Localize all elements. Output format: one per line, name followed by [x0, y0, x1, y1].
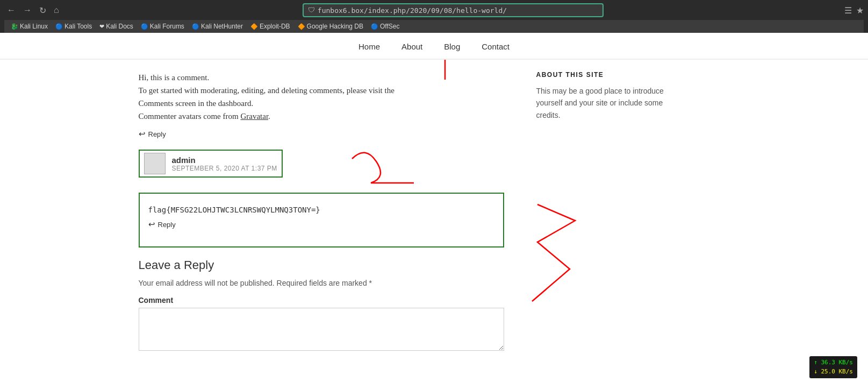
kali-forums-icon: 🔵	[141, 23, 148, 30]
site-nav-wrapper: Home About Blog Contact	[0, 34, 868, 60]
admin-reply-link[interactable]: ↩ Reply	[148, 220, 494, 229]
bookmark-google-hacking[interactable]: 🔶 Google Hacking DB	[295, 22, 367, 31]
nav-buttons[interactable]: ← → ↻ ⌂	[4, 4, 62, 17]
url-text: funbox6.box/index.php/2020/09/08/hello-w…	[318, 6, 507, 15]
security-icon: 🛡	[308, 6, 315, 15]
browser-chrome: ← → ↻ ⌂ 🛡 funbox6.box/index.php/2020/09/…	[0, 0, 868, 33]
page-content: Hi, this is a comment. To get started wi…	[0, 60, 868, 353]
bookmark-kali-tools[interactable]: 🔵 Kali Tools	[52, 22, 95, 31]
author-name: admin	[172, 155, 277, 165]
kali-tools-icon: 🔵	[55, 23, 63, 30]
nav-about[interactable]: About	[401, 42, 422, 51]
reader-view-icon[interactable]: ☰	[844, 5, 852, 16]
leave-reply-title: Leave a Reply	[139, 258, 504, 272]
bookmark-kali-forums[interactable]: 🔵 Kali Forums	[138, 22, 188, 31]
nav-contact[interactable]: Contact	[482, 42, 510, 51]
gravatar-link[interactable]: Gravatar	[240, 112, 268, 121]
reply-arrow-icon: ↩	[139, 129, 146, 139]
bookmark-offsec[interactable]: 🔵 OffSec	[368, 22, 403, 31]
leave-reply-section: Leave a Reply Your email address will no…	[139, 258, 504, 353]
comment-textarea[interactable]	[139, 308, 504, 351]
bookmark-exploit-db[interactable]: 🔶 Exploit-DB	[247, 22, 293, 31]
admin-reply-arrow-icon: ↩	[148, 220, 155, 229]
kali-linux-icon: 🐉	[11, 23, 18, 30]
admin-author-block: admin September 5, 2020 at 1:37 PM	[139, 150, 283, 178]
address-bar[interactable]: 🛡 funbox6.box/index.php/2020/09/08/hello…	[303, 3, 604, 17]
main-layout: Hi, this is a comment. To get started wi…	[139, 60, 730, 353]
comment-line1: Hi, this is a comment.	[139, 71, 504, 84]
bookmarks-bar: 🐉 Kali Linux 🔵 Kali Tools ❤ Kali Docs 🔵 …	[4, 20, 864, 33]
comment-line2: To get started with moderating, editing,…	[139, 84, 504, 123]
avatar	[144, 153, 166, 174]
sidebar-text: This may be a good place to introduce yo…	[536, 85, 676, 121]
bookmark-star-icon[interactable]: ★	[856, 5, 864, 16]
sidebar: ABOUT THIS SITE This may be a good place…	[536, 71, 676, 353]
bookmark-kali-nethunter[interactable]: 🔵 Kali NetHunter	[189, 22, 246, 31]
sidebar-title: ABOUT THIS SITE	[536, 71, 676, 79]
main-content: Hi, this is a comment. To get started wi…	[139, 71, 504, 353]
bookmark-kali-linux[interactable]: 🐉 Kali Linux	[8, 22, 51, 31]
comment-label: Comment	[139, 296, 504, 305]
site-nav: Home About Blog Contact	[0, 34, 868, 59]
admin-comment-container: admin September 5, 2020 at 1:37 PM	[139, 150, 504, 182]
page-wrapper: Hi, this is a comment. To get started wi…	[0, 60, 868, 353]
bookmark-kali-docs[interactable]: ❤ Kali Docs	[96, 22, 137, 31]
back-button[interactable]: ←	[4, 4, 18, 16]
reload-button[interactable]: ↻	[37, 4, 49, 17]
exploit-db-icon: 🔶	[250, 23, 258, 30]
home-button[interactable]: ⌂	[51, 4, 62, 16]
admin-comment-box: flag{MFSG22LOHJTWC3LCNRSWQYLMNQ3TONY=} ↩…	[139, 193, 504, 247]
first-comment: Hi, this is a comment. To get started wi…	[139, 71, 504, 123]
kali-nethunter-icon: 🔵	[192, 23, 199, 30]
nav-blog[interactable]: Blog	[444, 42, 460, 51]
author-info: admin September 5, 2020 at 1:37 PM	[172, 155, 277, 172]
forward-button[interactable]: →	[20, 4, 34, 16]
offsec-icon: 🔵	[371, 23, 378, 30]
nav-home[interactable]: Home	[358, 42, 380, 51]
flag-text: flag{MFSG22LOHJTWC3LCNRSWQYLMNQ3TONY=}	[148, 206, 494, 214]
google-hacking-icon: 🔶	[298, 23, 305, 30]
kali-docs-icon: ❤	[99, 23, 104, 30]
browser-right-icons: ☰ ★	[844, 5, 864, 16]
comment-date: September 5, 2020 at 1:37 PM	[172, 165, 277, 172]
first-reply-link[interactable]: ↩ Reply	[139, 129, 504, 139]
reply-notice: Your email address will not be published…	[139, 279, 504, 287]
